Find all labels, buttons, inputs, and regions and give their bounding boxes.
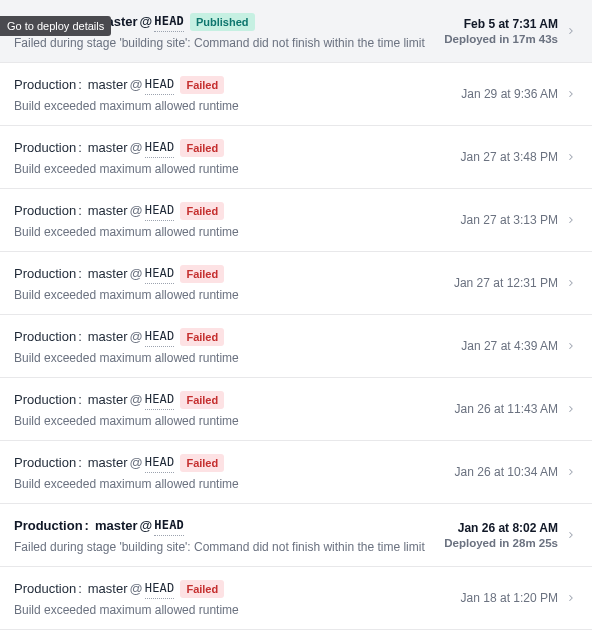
deploy-timestamp: Jan 26 at 10:34 AM — [455, 465, 558, 479]
status-badge: Failed — [180, 580, 224, 598]
deploy-details-tooltip: Go to deploy details — [0, 16, 111, 36]
deploy-ref: HEAD — [145, 264, 175, 284]
status-badge: Failed — [180, 391, 224, 409]
deploy-message: Build exceeded maximum allowed runtime — [14, 288, 454, 302]
deploy-row[interactable]: Production:master@HEADFailedBuild exceed… — [0, 441, 592, 504]
deploy-environment: Production — [14, 265, 76, 283]
deploy-message: Failed during stage 'building site': Com… — [14, 540, 444, 554]
deploy-message: Build exceeded maximum allowed runtime — [14, 477, 455, 491]
status-badge: Failed — [180, 76, 224, 94]
chevron-right-icon — [566, 341, 576, 351]
deploy-ref: HEAD — [154, 516, 184, 536]
deploy-branch: master — [88, 454, 128, 472]
deploy-branch: master — [88, 391, 128, 409]
status-badge: Failed — [180, 139, 224, 157]
deploy-ref: HEAD — [145, 75, 175, 95]
deploy-list: Go to deploy detailsProduction:master@HE… — [0, 0, 592, 638]
deploy-row[interactable]: Production:master@HEADFailedBuild exceed… — [0, 315, 592, 378]
deploy-environment: Production — [14, 580, 76, 598]
deploy-branch: master — [88, 202, 128, 220]
deploy-message: Build exceeded maximum allowed runtime — [14, 225, 461, 239]
deploy-timestamp: Jan 18 at 1:20 PM — [461, 591, 558, 605]
deploy-ref: HEAD — [145, 201, 175, 221]
deploy-row[interactable]: Production:master@HEADFailedBuild exceed… — [0, 63, 592, 126]
deploy-environment: Production — [14, 76, 76, 94]
deploy-timestamp: Jan 27 at 4:39 AM — [461, 339, 558, 353]
deploy-ref: HEAD — [145, 390, 175, 410]
deploy-branch: master — [88, 139, 128, 157]
deploy-branch: master — [95, 517, 138, 535]
deploy-timestamp: Jan 27 at 3:48 PM — [461, 150, 558, 164]
deploy-row[interactable]: Production:master@HEADFailedBuild exceed… — [0, 252, 592, 315]
deploy-row[interactable]: Production:master@HEADFailedBuild exceed… — [0, 630, 592, 638]
deploy-timestamp: Feb 5 at 7:31 AM — [444, 17, 558, 31]
chevron-right-icon — [566, 215, 576, 225]
deploy-ref: HEAD — [145, 327, 175, 347]
deploy-timestamp: Jan 26 at 8:02 AM — [444, 521, 558, 535]
deploy-row[interactable]: Production:master@HEADFailedBuild exceed… — [0, 567, 592, 630]
chevron-right-icon — [566, 593, 576, 603]
deploy-message: Build exceeded maximum allowed runtime — [14, 162, 461, 176]
status-badge: Failed — [180, 202, 224, 220]
deploy-message: Build exceeded maximum allowed runtime — [14, 603, 461, 617]
deploy-message: Build exceeded maximum allowed runtime — [14, 351, 461, 365]
deploy-row[interactable]: Production:master@HEADFailedBuild exceed… — [0, 126, 592, 189]
deploy-branch: master — [88, 265, 128, 283]
chevron-right-icon — [566, 152, 576, 162]
chevron-right-icon — [566, 530, 576, 540]
status-badge: Failed — [180, 454, 224, 472]
deploy-row[interactable]: Production:master@HEADFailedBuild exceed… — [0, 378, 592, 441]
deploy-message: Build exceeded maximum allowed runtime — [14, 99, 461, 113]
deploy-ref: HEAD — [154, 12, 184, 32]
deploy-timestamp: Jan 29 at 9:36 AM — [461, 87, 558, 101]
chevron-right-icon — [566, 278, 576, 288]
chevron-right-icon — [566, 404, 576, 414]
deploy-environment: Production — [14, 517, 83, 535]
deploy-ref: HEAD — [145, 579, 175, 599]
status-badge: Published — [190, 13, 255, 31]
chevron-right-icon — [566, 467, 576, 477]
chevron-right-icon — [566, 26, 576, 36]
chevron-right-icon — [566, 89, 576, 99]
deploy-environment: Production — [14, 328, 76, 346]
deploy-row[interactable]: Production:master@HEADFailedBuild exceed… — [0, 189, 592, 252]
deploy-environment: Production — [14, 454, 76, 472]
deploy-branch: master — [88, 76, 128, 94]
deploy-duration: Deployed in 17m 43s — [444, 33, 558, 45]
deploy-environment: Production — [14, 202, 76, 220]
deploy-ref: HEAD — [145, 453, 175, 473]
deploy-row[interactable]: Production:master@HEADFailed during stag… — [0, 504, 592, 567]
deploy-environment: Production — [14, 139, 76, 157]
status-badge: Failed — [180, 265, 224, 283]
deploy-branch: master — [88, 328, 128, 346]
deploy-timestamp: Jan 26 at 11:43 AM — [455, 402, 558, 416]
deploy-message: Failed during stage 'building site': Com… — [14, 36, 444, 50]
deploy-branch: master — [88, 580, 128, 598]
deploy-timestamp: Jan 27 at 3:13 PM — [461, 213, 558, 227]
deploy-environment: Production — [14, 391, 76, 409]
status-badge: Failed — [180, 328, 224, 346]
deploy-message: Build exceeded maximum allowed runtime — [14, 414, 455, 428]
deploy-duration: Deployed in 28m 25s — [444, 537, 558, 549]
deploy-timestamp: Jan 27 at 12:31 PM — [454, 276, 558, 290]
deploy-ref: HEAD — [145, 138, 175, 158]
